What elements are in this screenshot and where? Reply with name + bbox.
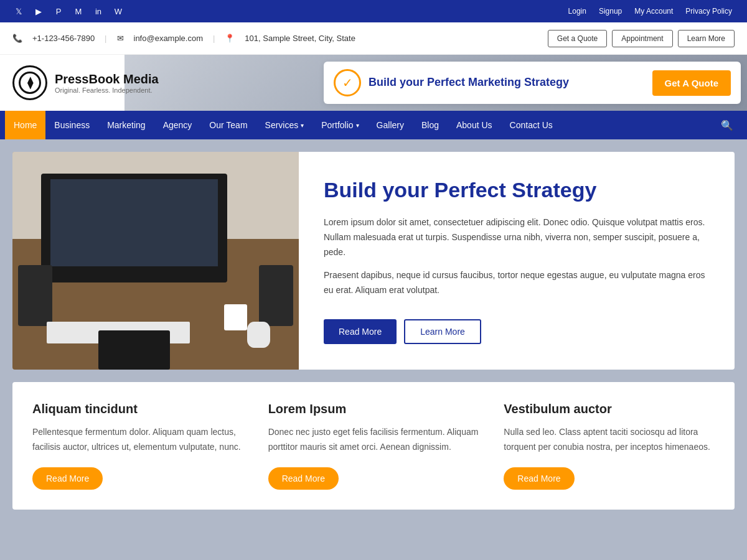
nav-portfolio[interactable]: Portfolio ▾ (312, 111, 367, 139)
hero-title-highlight: Perfect (435, 178, 506, 202)
desk-scene (12, 152, 299, 370)
get-a-quote-button[interactable]: Get a Quote (548, 30, 607, 47)
youtube-icon[interactable]: ▶ (30, 2, 47, 20)
medium-icon[interactable]: M (70, 2, 87, 20)
login-link[interactable]: Login (563, 4, 591, 18)
contact-info: 📞 +1-123-456-7890 | ✉ info@example.com |… (12, 34, 355, 43)
feature-1-title: Aliquam tincidunt (32, 402, 243, 416)
nav-services[interactable]: Services ▾ (256, 111, 313, 139)
check-icon: ✓ (334, 69, 361, 96)
location-icon: 📍 (225, 34, 235, 43)
feature-row: Aliquam tincidunt Pellentesque fermentum… (12, 382, 735, 510)
hero-title-start: Build your (324, 178, 435, 202)
services-chevron-icon: ▾ (301, 122, 304, 129)
portfolio-chevron-icon: ▾ (356, 122, 359, 129)
contact-actions: Get a Quote Appointment Learn More (548, 30, 735, 47)
nav-agency[interactable]: Agency (154, 111, 201, 139)
nav-gallery[interactable]: Gallery (368, 111, 413, 139)
nav-our-team[interactable]: Our Team (200, 111, 256, 139)
banner-headline: Build your Perfect Marketing Strategy (369, 75, 645, 90)
hero-actions: Read More Learn More (324, 319, 710, 344)
nav-bar: Home Business Marketing Agency Our Team … (0, 111, 747, 139)
learn-more-button[interactable]: Learn More (678, 30, 735, 47)
address: 101, Sample Street, City, State (245, 34, 355, 43)
site-tagline: Original. Fearless. Independent. (55, 86, 159, 94)
top-bar: 𝕏 ▶ P M in W Login Signup My Account Pri… (0, 0, 747, 22)
feature-2-read-more-button[interactable]: Read More (268, 467, 339, 490)
hero-title: Build your Perfect Strategy (324, 177, 710, 203)
feature-card-2: Lorem Ipsum Donec nec justo eget felis f… (268, 402, 479, 490)
top-nav-links: Login Signup My Account Privacy Policy (563, 4, 737, 18)
pinterest-icon[interactable]: P (50, 2, 67, 20)
wordpress-icon[interactable]: W (110, 2, 127, 20)
nav-blog[interactable]: Blog (413, 111, 448, 139)
logo-symbol: ⧫ (19, 72, 41, 94)
my-account-link[interactable]: My Account (629, 4, 678, 18)
hero-image (12, 152, 299, 370)
feature-2-body: Donec nec justo eget felis facilisis fer… (268, 425, 479, 455)
logo-area: ⧫ PressBook Media Original. Fearless. In… (12, 65, 159, 100)
logo-icon: ⧫ (12, 65, 47, 100)
hero-title-end: Strategy (506, 178, 597, 202)
privacy-policy-link[interactable]: Privacy Policy (680, 4, 737, 18)
search-icon[interactable]: 🔍 (712, 111, 742, 139)
signup-link[interactable]: Signup (594, 4, 627, 18)
feature-card-1: Aliquam tincidunt Pellentesque fermentum… (32, 402, 243, 490)
twitter-icon[interactable]: 𝕏 (10, 2, 27, 20)
banner-cta-button[interactable]: Get A Quote (652, 70, 731, 96)
hero-body-1: Lorem ipsum dolor sit amet, consectetuer… (324, 215, 710, 259)
page-content: Build your Perfect Strategy Lorem ipsum … (0, 139, 747, 538)
contact-bar: 📞 +1-123-456-7890 | ✉ info@example.com |… (0, 22, 747, 55)
feature-1-body: Pellentesque fermentum dolor. Aliquam qu… (32, 425, 243, 455)
phone-number: +1-123-456-7890 (32, 34, 95, 43)
hero-read-more-button[interactable]: Read More (324, 319, 397, 344)
logo-text: PressBook Media Original. Fearless. Inde… (55, 72, 159, 94)
hero-learn-more-button[interactable]: Learn More (404, 319, 481, 344)
feature-3-title: Vestibulum auctor (504, 402, 715, 416)
nav-business[interactable]: Business (45, 111, 98, 139)
feature-2-title: Lorem Ipsum (268, 402, 479, 416)
feature-1-read-more-button[interactable]: Read More (32, 467, 103, 490)
header-banner: ✓ Build your Perfect Marketing Strategy … (324, 62, 741, 104)
appointment-button[interactable]: Appointment (612, 30, 672, 47)
phone-icon: 📞 (12, 34, 22, 43)
nav-contact-us[interactable]: Contact Us (501, 111, 561, 139)
nav-marketing[interactable]: Marketing (98, 111, 154, 139)
nav-home[interactable]: Home (5, 111, 45, 139)
hero-card: Build your Perfect Strategy Lorem ipsum … (12, 152, 735, 370)
linkedin-icon[interactable]: in (90, 2, 107, 20)
hero-content: Build your Perfect Strategy Lorem ipsum … (299, 152, 735, 370)
banner-text: Build your Perfect Marketing Strategy (369, 75, 645, 90)
site-name: PressBook Media (55, 72, 159, 86)
nav-about-us[interactable]: About Us (448, 111, 501, 139)
header-area: ⧫ PressBook Media Original. Fearless. In… (0, 55, 747, 111)
social-icons: 𝕏 ▶ P M in W (10, 2, 127, 20)
email-address: info@example.com (134, 34, 203, 43)
feature-3-body: Nulla sed leo. Class aptent taciti socio… (504, 425, 715, 455)
email-icon: ✉ (117, 34, 124, 43)
feature-3-read-more-button[interactable]: Read More (504, 467, 574, 490)
hero-body-2: Praesent dapibus, neque id cursus faucib… (324, 268, 710, 298)
feature-card-3: Vestibulum auctor Nulla sed leo. Class a… (504, 402, 715, 490)
